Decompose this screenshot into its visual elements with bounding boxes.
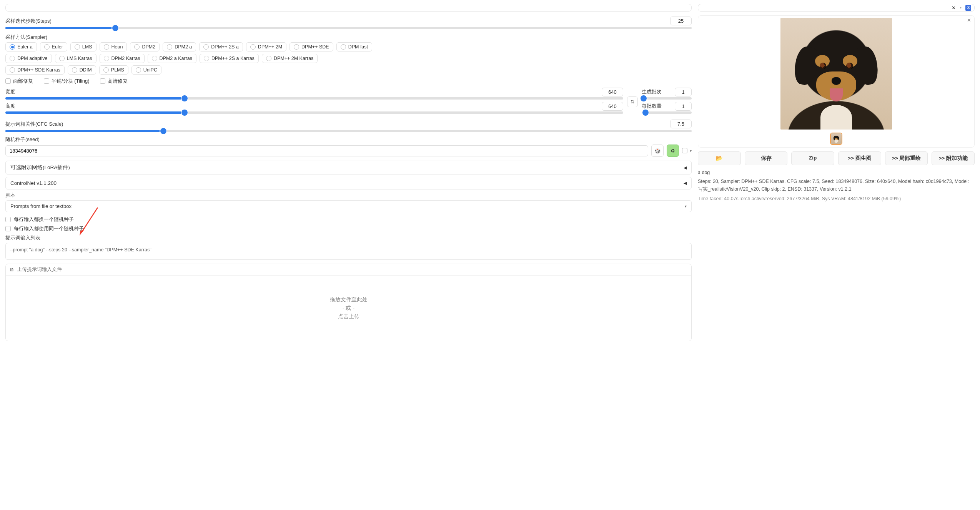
cfg-slider[interactable]	[5, 130, 692, 132]
dot-icon: •	[960, 5, 962, 11]
width-label: 宽度	[5, 88, 15, 95]
batch-count-slider[interactable]	[642, 97, 692, 100]
svg-point-2	[968, 7, 969, 8]
prompt-list-label: 提示词输入列表	[5, 234, 692, 241]
sampler-option[interactable]: DPM++ SDE Karras	[5, 65, 65, 75]
sampler-row-3: DPM++ SDE Karras DDIM PLMS UniPC	[5, 65, 692, 75]
output-prompt-text: a dog	[698, 169, 975, 176]
sampler-label: 采样方法(Sampler)	[5, 34, 692, 41]
sampler-option[interactable]: DPM adaptive	[5, 54, 52, 63]
upload-drop-zone[interactable]: 拖放文件至此处 - 或 - 点击上传	[6, 276, 691, 341]
steps-value[interactable]: 25	[670, 17, 692, 25]
batch-count-value[interactable]: 1	[675, 88, 692, 96]
swap-dimensions-button[interactable]: ⇅	[627, 96, 638, 107]
check-random-seed-per-line[interactable]: 每行输入都换一个随机种子	[5, 216, 692, 223]
sampler-option[interactable]: Euler	[40, 42, 67, 51]
sampler-row-2: DPM adaptive LMS Karras DPM2 Karras DPM2…	[5, 54, 692, 63]
output-image[interactable]	[780, 18, 892, 130]
sampler-option[interactable]: DPM++ 2M	[246, 42, 286, 51]
steps-slider[interactable]	[5, 27, 692, 29]
cfg-value[interactable]: 7.5	[670, 120, 692, 128]
sampler-option[interactable]: PLMS	[99, 65, 128, 75]
sampler-option[interactable]: DPM fast	[336, 42, 372, 51]
steps-label: 采样迭代步数(Steps)	[5, 18, 52, 25]
batch-count-label: 生成批次	[642, 88, 662, 95]
width-value[interactable]: 640	[602, 88, 623, 96]
sampler-option[interactable]: UniPC	[131, 65, 161, 75]
output-timing-text: Time taken: 40.07sTorch active/reserved:…	[698, 195, 975, 203]
output-thumbnail[interactable]	[830, 133, 842, 145]
send-extras-button[interactable]: >> 附加功能	[932, 151, 975, 165]
script-select[interactable]: Prompts from file or textbox ▾	[5, 200, 692, 212]
triangle-left-icon: ◀	[684, 181, 687, 186]
batch-size-value[interactable]: 1	[675, 102, 692, 111]
height-value[interactable]: 640	[602, 102, 623, 111]
sampler-option[interactable]: Euler a	[5, 42, 37, 51]
batch-size-slider[interactable]	[642, 111, 692, 114]
send-img2img-button[interactable]: >> 图生图	[838, 151, 881, 165]
sampler-option[interactable]: LMS Karras	[55, 54, 97, 63]
zip-button[interactable]: Zip	[791, 151, 834, 165]
prompt-list-textarea[interactable]: --prompt "a dog" --steps 20 --sampler_na…	[5, 243, 692, 260]
sampler-option[interactable]: DPM2 Karras	[100, 54, 145, 63]
height-slider[interactable]	[5, 111, 623, 114]
caret-down-icon: ▾	[685, 204, 687, 208]
folder-icon: 📂	[715, 155, 723, 161]
sampler-option[interactable]: DPM2 a	[163, 42, 196, 51]
width-slider[interactable]	[5, 97, 623, 100]
height-label: 高度	[5, 103, 15, 110]
generation-info: a dog Steps: 20, Sampler: DPM++ SDE Karr…	[698, 169, 975, 203]
swap-icon: ⇅	[631, 99, 634, 105]
sampler-option[interactable]: DDIM	[68, 65, 96, 75]
open-folder-button[interactable]: 📂	[698, 151, 741, 165]
batch-size-label: 每批数量	[642, 103, 662, 110]
recycle-icon: ♻	[671, 148, 675, 154]
output-meta-text: Steps: 20, Sampler: DPM++ SDE Karras, CF…	[698, 178, 975, 193]
seed-reuse-button[interactable]: ♻	[667, 145, 679, 157]
sampler-option[interactable]: DPM2	[130, 42, 160, 51]
cfg-label: 提示词相关性(CFG Scale)	[5, 121, 63, 128]
seed-extra-toggle[interactable]: ▾	[682, 148, 692, 153]
dice-icon: 🎲	[654, 148, 661, 154]
sampler-row-1: Euler a Euler LMS Heun DPM2 DPM2 a DPM++…	[5, 42, 692, 51]
triangle-left-icon: ◀	[684, 165, 687, 170]
close-icon[interactable]: ✕	[967, 17, 971, 23]
sampler-option[interactable]: DPM++ 2S a Karras	[200, 54, 259, 63]
top-right-controls: ✕ •	[698, 4, 975, 12]
sampler-option[interactable]: LMS	[70, 42, 97, 51]
check-tiling[interactable]: 平铺/分块 (Tiling)	[44, 78, 89, 85]
file-icon: 🗎	[10, 267, 15, 272]
upload-file-tab[interactable]: 🗎 上传提示词输入文件	[6, 264, 691, 276]
script-label: 脚本	[5, 192, 692, 199]
sampler-option[interactable]: DPM++ SDE	[290, 42, 333, 51]
sampler-option[interactable]: DPM2 a Karras	[148, 54, 196, 63]
accordion-controlnet[interactable]: ControlNet v1.1.200 ◀	[5, 177, 692, 189]
output-image-panel: ✕	[698, 15, 975, 148]
sampler-option[interactable]: DPM++ 2S a	[199, 42, 243, 51]
seed-random-button[interactable]: 🎲	[651, 145, 664, 157]
settings-icon[interactable]	[965, 5, 971, 11]
check-face-restore[interactable]: 面部修复	[5, 78, 33, 85]
seed-label: 随机种子(seed)	[5, 136, 692, 143]
caret-down-icon: ▾	[690, 149, 692, 153]
check-hires-fix[interactable]: 高清修复	[100, 78, 128, 85]
accordion-lora[interactable]: 可选附加网络(LoRA插件) ◀	[5, 161, 692, 174]
prompt-box-placeholder[interactable]	[5, 4, 692, 12]
seed-input[interactable]	[5, 145, 648, 156]
save-button[interactable]: 保存	[745, 151, 788, 165]
sampler-option[interactable]: Heun	[100, 42, 127, 51]
send-inpaint-button[interactable]: >> 局部重绘	[885, 151, 928, 165]
close-icon[interactable]: ✕	[952, 5, 956, 11]
sampler-option[interactable]: DPM++ 2M Karras	[262, 54, 318, 63]
check-same-seed-per-line[interactable]: 每行输入都使用同一个随机种子	[5, 225, 692, 232]
